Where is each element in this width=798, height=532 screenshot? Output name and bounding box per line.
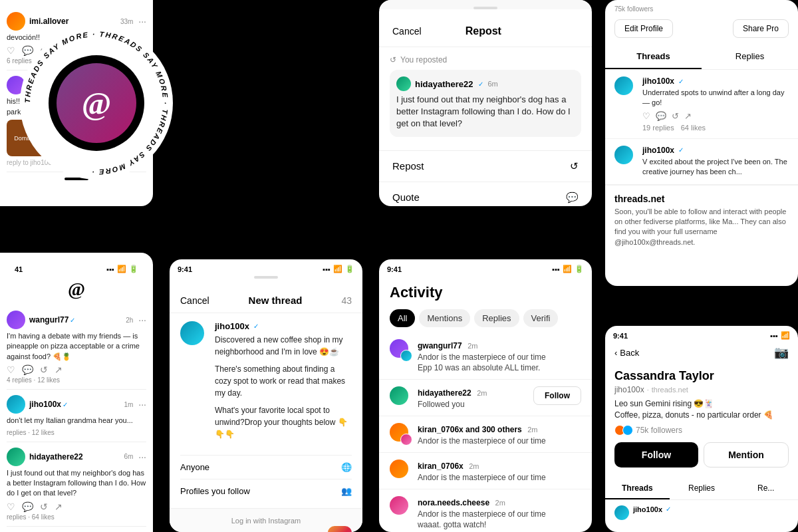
avatar-main <box>390 496 408 515</box>
repost-icon[interactable]: ↺ <box>672 111 679 121</box>
activity-avatars <box>390 496 412 519</box>
comment-icon[interactable]: 💬 <box>656 111 666 121</box>
post-text: Underrated spots to unwind after a long … <box>642 88 789 108</box>
activity-content: hidayathere22 2m Followed you <box>418 386 528 409</box>
cancel-button[interactable]: Cancel <box>392 26 422 37</box>
activity-item-gwangurl: gwangurl77 2m Andor is the masterpiece o… <box>379 332 592 380</box>
battery-icon: 🔋 <box>345 265 354 273</box>
tab-replies[interactable]: Replies <box>702 45 798 69</box>
share-pro-button[interactable]: Share Pro <box>733 19 789 38</box>
thread-username: jiho100x <box>215 321 249 331</box>
follow-button[interactable]: Follow <box>614 442 698 467</box>
tab-verified[interactable]: Verifi <box>523 309 559 327</box>
globe-icon: 🌐 <box>341 462 352 472</box>
tab-replies[interactable]: Replies <box>474 309 519 327</box>
followers-count: 75k followers <box>636 426 682 435</box>
threads-net-section: threads.net Soon, you'll be able to foll… <box>605 185 798 256</box>
like-icon[interactable]: ♡ <box>7 45 15 56</box>
activity-content: gwangurl77 2m Andor is the masterpiece o… <box>418 339 581 372</box>
like-icon[interactable]: ♡ <box>642 111 650 121</box>
mention-button[interactable]: Mention <box>704 442 789 467</box>
cassandra-handle-row: jiho100x · threads.net <box>614 384 789 394</box>
followers-label: 75k followers <box>614 5 653 13</box>
repost-icon[interactable]: ↺ <box>40 364 48 375</box>
profiles-label: Profiles you follow <box>180 486 250 496</box>
profile-tabs: Threads Replies <box>605 45 798 70</box>
verified-icon: ✓ <box>678 146 684 154</box>
activity-name-time: nora.needs.cheese 2m <box>418 496 581 508</box>
activity-content: kiran_0706x 2m Andor is the masterpiece … <box>418 460 581 482</box>
feed-post-wangurl: wangurl77 ✓ 2h ··· I'm having a debate w… <box>7 305 146 390</box>
post-actions: ♡ 💬 ↺ ↗ <box>7 364 146 375</box>
verified-icon: ✓ <box>63 401 68 408</box>
thread-text[interactable]: Discovered a new coffee shop in my neigh… <box>215 334 352 440</box>
cancel-button[interactable]: Cancel <box>180 295 209 306</box>
repost-icon[interactable]: ↺ <box>40 501 48 512</box>
edit-profile-button[interactable]: Edit Profile <box>614 19 673 38</box>
mini-post-header: jiho100x ✓ <box>633 505 671 513</box>
tab-threads[interactable]: Threads <box>605 478 670 499</box>
repost-action-icon: ↺ <box>570 160 579 172</box>
thread-content-area: jiho100x ✓ Discovered a new coffee shop … <box>215 321 352 440</box>
status-icons: ▪▪▪ 📶 🔋 <box>323 265 354 273</box>
avatar <box>614 505 629 520</box>
char-count: 43 <box>341 295 352 306</box>
avatar <box>614 146 633 164</box>
tab-all[interactable]: All <box>390 309 415 327</box>
status-icons: ▪▪▪ 📶 <box>770 331 790 340</box>
cassandra-panel: 9:41 ▪▪▪ 📶 ‹ Back 📷 Cassandra Taylor jih… <box>605 326 798 532</box>
avatar-secondary <box>400 350 412 362</box>
wifi-icon: 📶 <box>333 265 342 273</box>
status-bar: 41 ▪▪▪ 📶 🔋 <box>7 259 146 276</box>
permission-anyone[interactable]: Anyone 🌐 <box>180 455 352 479</box>
follower-avatars <box>614 425 633 436</box>
share-icon[interactable]: ↗ <box>55 501 63 512</box>
like-icon[interactable]: ♡ <box>7 501 15 512</box>
activity-avatars <box>390 423 412 446</box>
back-button[interactable]: ‹ Back <box>614 348 639 358</box>
profile-post-content: jiho100x ✓ Underrated spots to unwind af… <box>642 76 789 132</box>
tab-re[interactable]: Re... <box>733 478 798 499</box>
threads-brand-icon: @ <box>68 279 85 299</box>
activity-avatars <box>390 339 412 362</box>
instagram-icon[interactable]: 📷 <box>328 526 352 532</box>
user-avatar <box>180 321 204 345</box>
tab-threads[interactable]: Threads <box>605 45 702 69</box>
more-options-icon[interactable]: ··· <box>138 452 146 462</box>
cassandra-nav: ‹ Back 📷 <box>605 342 798 364</box>
tab-mentions[interactable]: Mentions <box>419 309 470 327</box>
activity-panel: 9:41 ▪▪▪ 📶 🔋 Activity All Mentions Repli… <box>379 259 592 532</box>
back-chevron-icon: ‹ <box>614 348 617 358</box>
comment-icon[interactable]: 💬 <box>22 364 33 375</box>
more-options-icon[interactable]: ··· <box>138 315 146 325</box>
wifi-icon: 📶 <box>117 265 126 273</box>
quote-option[interactable]: Quote 💬 <box>379 182 592 206</box>
share-icon[interactable]: ↗ <box>55 364 63 375</box>
login-section: Log in with Instagram jiho100x ✓ 📷 Switc… <box>170 508 362 532</box>
cassandra-followers: 75k followers <box>614 425 789 436</box>
verified-icon: ✓ <box>478 80 483 88</box>
cassandra-actions: Follow Mention <box>614 442 789 467</box>
activity-item-nora: nora.needs.cheese 2m Andor is the master… <box>379 489 592 532</box>
quote-label: Quote <box>392 192 420 203</box>
permission-profiles[interactable]: Profiles you follow 👥 <box>180 479 352 503</box>
activity-name-time: kiran_0706x 2m <box>418 460 581 471</box>
repost-body: ↺ You reposted hidayathere22 ✓ 6m I just… <box>379 47 592 150</box>
follow-button[interactable]: Follow <box>533 386 581 405</box>
tab-replies[interactable]: Replies <box>670 478 734 499</box>
signal-icon: ▪▪▪ <box>770 332 778 340</box>
status-time: 41 <box>15 265 23 273</box>
repost-header: Cancel Repost <box>379 16 592 47</box>
comment-icon[interactable]: 💬 <box>22 501 33 512</box>
threads-center-icon: @ <box>53 60 140 146</box>
share-icon[interactable]: ↗ <box>684 111 692 121</box>
more-options-icon[interactable]: ··· <box>138 399 146 410</box>
avatar-main <box>390 460 408 478</box>
drag-handle[interactable] <box>473 7 497 9</box>
cassandra-handle: jiho100x <box>614 385 644 394</box>
drag-handle[interactable] <box>254 276 278 279</box>
repost-option[interactable]: Repost ↺ <box>379 150 592 182</box>
like-icon[interactable]: ♡ <box>7 364 15 375</box>
feed-post-jiho: jiho100x ✓ 1m ··· don't let my Italian g… <box>7 390 146 442</box>
new-thread-title: New thread <box>249 295 303 306</box>
